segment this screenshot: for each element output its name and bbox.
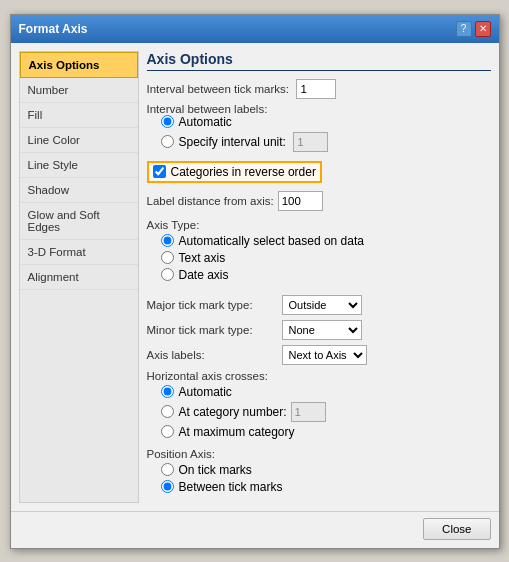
- h-crosses-group: Horizontal axis crosses: Automatic At ca…: [147, 370, 491, 442]
- radio-auto-data[interactable]: [161, 234, 174, 247]
- interval-tick-row: Interval between tick marks:: [147, 79, 491, 99]
- help-button[interactable]: ?: [456, 21, 472, 37]
- radio-specify-label: Specify interval unit:: [179, 135, 286, 149]
- sidebar-item-shadow[interactable]: Shadow: [20, 178, 138, 203]
- radio-h-category-label: At category number:: [179, 405, 287, 419]
- radio-h-auto[interactable]: [161, 385, 174, 398]
- title-bar-buttons: ? ✕: [456, 21, 491, 37]
- interval-labels-label: Interval between labels:: [147, 103, 491, 115]
- dialog-footer: Close: [11, 511, 499, 548]
- radio-between-row: Between tick marks: [161, 480, 491, 494]
- close-title-button[interactable]: ✕: [475, 21, 491, 37]
- radio-date-axis[interactable]: [161, 268, 174, 281]
- axis-labels-label: Axis labels:: [147, 349, 282, 361]
- h-crosses-label: Horizontal axis crosses:: [147, 370, 491, 382]
- radio-h-auto-label: Automatic: [179, 385, 232, 399]
- radio-on-tick-row: On tick marks: [161, 463, 491, 477]
- format-axis-dialog: Format Axis ? ✕ Axis Options Number Fill…: [10, 14, 500, 549]
- section-title: Axis Options: [147, 51, 491, 71]
- major-tick-row: Major tick mark type: Outside None Insid…: [147, 295, 491, 315]
- dialog-title: Format Axis: [19, 22, 88, 36]
- close-button[interactable]: Close: [423, 518, 490, 540]
- radio-h-category[interactable]: [161, 405, 174, 418]
- radio-date-axis-row: Date axis: [161, 268, 491, 282]
- radio-on-tick[interactable]: [161, 463, 174, 476]
- radio-specify-row: Specify interval unit:: [161, 132, 491, 152]
- label-distance-label: Label distance from axis:: [147, 195, 274, 207]
- sidebar: Axis Options Number Fill Line Color Line…: [19, 51, 139, 503]
- radio-h-max[interactable]: [161, 425, 174, 438]
- major-tick-label: Major tick mark type:: [147, 299, 282, 311]
- radio-on-tick-label: On tick marks: [179, 463, 252, 477]
- radio-auto-data-label: Automatically select based on data: [179, 234, 364, 248]
- radio-automatic-label: Automatic: [179, 115, 232, 129]
- sidebar-item-line-color[interactable]: Line Color: [20, 128, 138, 153]
- radio-text-axis-label: Text axis: [179, 251, 226, 265]
- dialog-body: Axis Options Number Fill Line Color Line…: [11, 43, 499, 511]
- interval-labels-group: Interval between labels: Automatic Speci…: [147, 103, 491, 155]
- interval-tick-label: Interval between tick marks:: [147, 83, 290, 95]
- radio-between-label: Between tick marks: [179, 480, 283, 494]
- minor-tick-label: Minor tick mark type:: [147, 324, 282, 336]
- specify-interval-input[interactable]: [293, 132, 328, 152]
- label-distance-input[interactable]: [278, 191, 323, 211]
- sidebar-item-axis-options[interactable]: Axis Options: [20, 52, 138, 78]
- position-axis-label: Position Axis:: [147, 448, 491, 460]
- title-bar: Format Axis ? ✕: [11, 15, 499, 43]
- radio-between[interactable]: [161, 480, 174, 493]
- axis-labels-select[interactable]: Next to Axis None Low High: [282, 345, 367, 365]
- radio-h-max-label: At maximum category: [179, 425, 295, 439]
- sidebar-item-fill[interactable]: Fill: [20, 103, 138, 128]
- main-content: Axis Options Interval between tick marks…: [147, 51, 491, 503]
- minor-tick-select[interactable]: None Inside Outside Cross: [282, 320, 362, 340]
- sidebar-item-line-style[interactable]: Line Style: [20, 153, 138, 178]
- sidebar-item-alignment[interactable]: Alignment: [20, 265, 138, 290]
- radio-automatic[interactable]: [161, 115, 174, 128]
- radio-text-axis-row: Text axis: [161, 251, 491, 265]
- sidebar-item-3d-format[interactable]: 3-D Format: [20, 240, 138, 265]
- radio-automatic-row: Automatic: [161, 115, 491, 129]
- categories-reverse-checkbox[interactable]: [153, 165, 166, 178]
- sidebar-item-number[interactable]: Number: [20, 78, 138, 103]
- categories-reverse-row: Categories in reverse order: [147, 161, 322, 183]
- axis-labels-row: Axis labels: Next to Axis None Low High: [147, 345, 491, 365]
- major-tick-select[interactable]: Outside None Inside Cross: [282, 295, 362, 315]
- radio-text-axis[interactable]: [161, 251, 174, 264]
- axis-type-label: Axis Type:: [147, 219, 491, 231]
- axis-type-group: Axis Type: Automatically select based on…: [147, 219, 491, 285]
- radio-date-axis-label: Date axis: [179, 268, 229, 282]
- radio-h-category-row: At category number:: [161, 402, 491, 422]
- radio-h-auto-row: Automatic: [161, 385, 491, 399]
- radio-auto-data-row: Automatically select based on data: [161, 234, 491, 248]
- minor-tick-row: Minor tick mark type: None Inside Outsid…: [147, 320, 491, 340]
- label-distance-row: Label distance from axis:: [147, 191, 491, 211]
- position-axis-group: Position Axis: On tick marks Between tic…: [147, 448, 491, 497]
- categories-reverse-label: Categories in reverse order: [171, 165, 316, 179]
- interval-tick-input[interactable]: [296, 79, 336, 99]
- radio-h-max-row: At maximum category: [161, 425, 491, 439]
- sidebar-item-glow-soft-edges[interactable]: Glow and Soft Edges: [20, 203, 138, 240]
- radio-specify[interactable]: [161, 135, 174, 148]
- h-category-input[interactable]: [291, 402, 326, 422]
